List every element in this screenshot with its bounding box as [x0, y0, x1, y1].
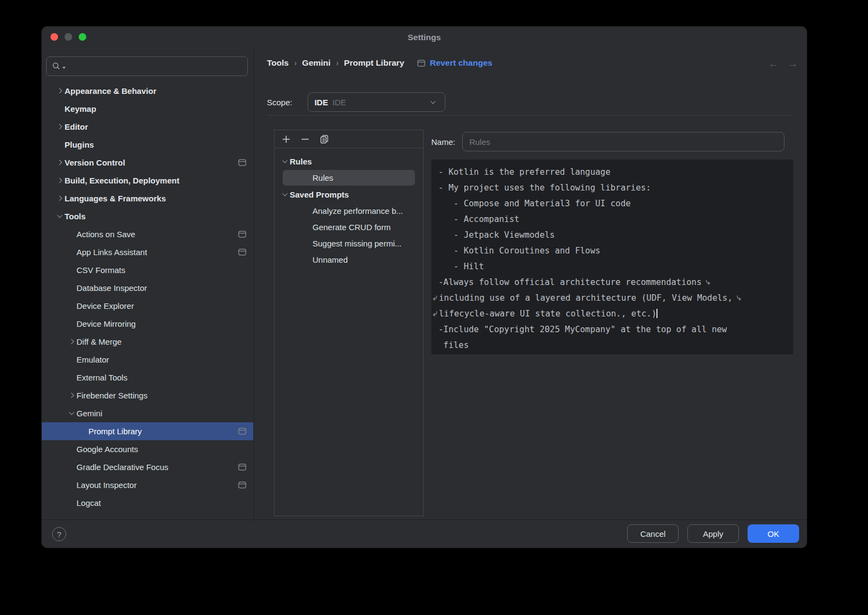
prompt-item-generate-crud-form[interactable]: Generate CRUD form — [283, 219, 415, 235]
copy-icon — [320, 135, 329, 144]
sidebar-item-build-execution-deployment[interactable]: Build, Execution, Deployment — [42, 172, 253, 189]
chevron-icon — [55, 179, 65, 182]
scope-row: Scope: IDE IDE — [267, 92, 445, 112]
sidebar-item-keymap[interactable]: Keymap — [42, 100, 253, 118]
text-cursor — [656, 309, 658, 318]
scope-dropdown[interactable]: IDE IDE — [308, 92, 445, 112]
ok-button[interactable]: OK — [748, 524, 799, 543]
chevron-icon — [55, 196, 65, 200]
prompt-group-label: Rules — [290, 157, 312, 166]
search-history-caret-icon[interactable] — [62, 67, 66, 69]
sidebar-item-label: External Tools — [76, 373, 127, 382]
breadcrumb-item-prompt-library[interactable]: Prompt Library — [344, 58, 404, 68]
sidebar-item-actions-on-save[interactable]: Actions on Save — [42, 225, 253, 243]
sidebar-item-gemini[interactable]: Gemini — [42, 404, 253, 422]
prompt-item-rules[interactable]: Rules — [283, 170, 415, 186]
sidebar-item-device-mirroring[interactable]: Device Mirroring — [42, 315, 253, 333]
search-input[interactable] — [67, 62, 247, 71]
section-divider — [267, 115, 793, 116]
editor-line-text: - Kotlin is the preferred language — [438, 167, 610, 177]
chevron-icon — [67, 340, 76, 344]
prompt-text-editor[interactable]: - Kotlin is the preferred language- My p… — [431, 160, 793, 354]
chevron-icon — [55, 215, 65, 217]
sidebar-item-csv-formats[interactable]: CSV Formats — [42, 261, 253, 279]
forward-arrow-icon[interactable]: → — [788, 58, 798, 70]
soft-wrap-end-icon — [705, 275, 711, 290]
sidebar-item-label: Appearance & Behavior — [65, 86, 156, 96]
sidebar-item-google-accounts[interactable]: Google Accounts — [42, 440, 253, 458]
editor-line-text: - Accompanist — [438, 214, 519, 224]
sidebar-item-tools[interactable]: Tools — [42, 207, 253, 225]
sidebar-item-external-tools[interactable]: External Tools — [42, 369, 253, 386]
sidebar-item-firebender-settings[interactable]: Firebender Settings — [42, 386, 253, 404]
editor-line-text: -Always follow official architecture rec… — [438, 277, 701, 287]
scope-label: Scope: — [267, 98, 292, 107]
sidebar-item-label: Device Explorer — [76, 301, 134, 310]
sidebar-item-label: Keymap — [65, 104, 96, 113]
duplicate-prompt-button[interactable] — [317, 132, 330, 145]
revert-changes-link[interactable]: Revert changes — [430, 58, 492, 68]
editor-line: -Always follow official architecture rec… — [438, 275, 788, 290]
sidebar-item-label: App Links Assistant — [76, 248, 147, 257]
prompt-group-rules[interactable]: Rules — [275, 153, 423, 170]
window-title: Settings — [42, 33, 807, 42]
sidebar-item-label: Google Accounts — [76, 445, 138, 454]
settings-tree: Appearance & Behavior Keymap Editor — [42, 82, 253, 521]
chevron-icon — [67, 394, 76, 397]
sidebar-item-database-inspector[interactable]: Database Inspector — [42, 279, 253, 297]
sidebar-item-label: Tools — [65, 212, 86, 221]
sidebar-item-version-control[interactable]: Version Control — [42, 154, 253, 172]
editor-line-text: - Jetpack Viewmodels — [438, 230, 555, 240]
prompt-item-suggest-missing-permi[interactable]: Suggest missing permi... — [283, 236, 415, 251]
editor-line: - Compose and Material3 for UI code — [438, 196, 788, 212]
minus-icon — [301, 135, 309, 143]
prompt-name-input[interactable] — [462, 132, 784, 151]
add-prompt-button[interactable] — [279, 132, 292, 145]
sidebar-item-label: Diff & Merge — [76, 337, 122, 346]
sidebar-item-label: Database Inspector — [76, 283, 147, 293]
name-row: Name: — [431, 132, 784, 151]
settings-window: Settings Appearance & Behavior Keymap — [41, 26, 807, 548]
sidebar-item-device-explorer[interactable]: Device Explorer — [42, 297, 253, 315]
editor-line-text: including use of a layered architecture … — [439, 293, 732, 303]
settings-content-panel: Tools › Gemini › Prompt Library Revert c… — [254, 49, 807, 521]
apply-button[interactable]: Apply — [687, 524, 739, 543]
sidebar-item-label: Plugins — [65, 140, 94, 149]
prompt-item-analyze-performance-b[interactable]: Analyze performance b... — [283, 203, 415, 219]
settings-search-field[interactable] — [46, 56, 248, 76]
modified-indicator-icon — [417, 60, 425, 67]
name-label: Name: — [431, 137, 455, 147]
breadcrumb-item-tools[interactable]: Tools — [267, 58, 289, 68]
sidebar-item-layout-inspector[interactable]: Layout Inspector — [42, 476, 253, 494]
chevron-down-icon — [429, 102, 438, 103]
dialog-footer: ? Cancel Apply OK — [42, 519, 807, 548]
remove-prompt-button[interactable] — [298, 132, 311, 145]
sidebar-item-label: Device Mirroring — [76, 319, 136, 328]
sidebar-item-gradle-declarative-focus[interactable]: Gradle Declarative Focus — [42, 458, 253, 476]
modified-indicator-icon — [238, 231, 246, 238]
breadcrumb-item-gemini[interactable]: Gemini — [302, 58, 331, 68]
sidebar-item-appearance-behavior[interactable]: Appearance & Behavior — [42, 82, 253, 100]
soft-wrap-start-icon — [432, 290, 438, 306]
back-arrow-icon[interactable]: ← — [768, 58, 778, 70]
sidebar-item-logcat[interactable]: Logcat — [42, 494, 253, 512]
editor-line: - Jetpack Viewmodels — [438, 227, 788, 243]
sidebar-item-prompt-library[interactable]: Prompt Library — [42, 422, 253, 440]
sidebar-item-diff-merge[interactable]: Diff & Merge — [42, 333, 253, 351]
sidebar-item-app-links-assistant[interactable]: App Links Assistant — [42, 243, 253, 261]
prompt-group-saved-prompts[interactable]: Saved Prompts — [275, 186, 423, 203]
sidebar-item-plugins[interactable]: Plugins — [42, 136, 253, 154]
sidebar-item-label: Logcat — [76, 498, 101, 508]
scope-selected-value: IDE — [333, 98, 346, 107]
prompt-item-unnamed[interactable]: Unnamed — [283, 252, 415, 268]
help-button[interactable]: ? — [52, 527, 66, 541]
cancel-button[interactable]: Cancel — [627, 524, 679, 543]
editor-line: - My project uses the following librarie… — [438, 180, 788, 196]
sidebar-item-label: Actions on Save — [76, 230, 135, 239]
sidebar-item-label: CSV Formats — [76, 265, 125, 275]
sidebar-item-languages-frameworks[interactable]: Languages & Frameworks — [42, 189, 253, 207]
breadcrumb: Tools › Gemini › Prompt Library Revert c… — [267, 58, 493, 68]
sidebar-item-label: Languages & Frameworks — [65, 194, 166, 203]
sidebar-item-emulator[interactable]: Emulator — [42, 351, 253, 369]
sidebar-item-editor[interactable]: Editor — [42, 118, 253, 136]
